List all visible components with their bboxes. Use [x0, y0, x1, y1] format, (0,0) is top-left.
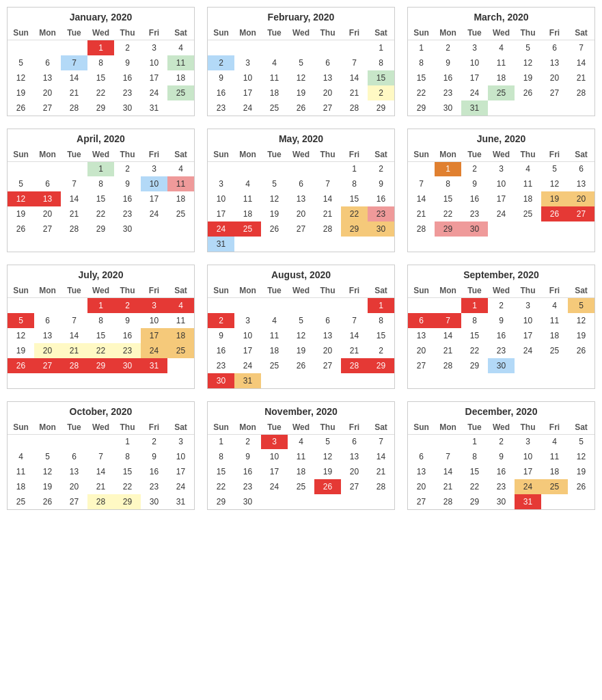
calendar-day[interactable]: 8 — [114, 449, 141, 464]
calendar-day[interactable] — [208, 298, 234, 313]
calendar-day[interactable] — [368, 237, 394, 252]
calendar-day[interactable]: 12 — [261, 191, 288, 206]
calendar-day[interactable]: 10 — [208, 191, 234, 206]
calendar-day[interactable]: 21 — [341, 343, 368, 358]
calendar-day[interactable]: 25 — [167, 343, 194, 358]
calendar-day[interactable]: 10 — [515, 449, 541, 464]
calendar-day[interactable]: 14 — [87, 464, 114, 479]
calendar-day[interactable]: 13 — [314, 70, 341, 85]
calendar-day[interactable]: 2 — [461, 161, 488, 176]
calendar-day[interactable]: 9 — [461, 176, 488, 191]
calendar-day[interactable] — [515, 358, 541, 373]
calendar-day[interactable]: 12 — [515, 55, 541, 70]
calendar-day[interactable] — [435, 434, 461, 449]
calendar-day[interactable]: 19 — [34, 479, 61, 494]
calendar-day[interactable]: 2 — [368, 343, 394, 358]
calendar-day[interactable]: 2 — [141, 434, 167, 449]
calendar-day[interactable]: 27 — [341, 479, 368, 494]
calendar-day[interactable] — [288, 298, 314, 313]
calendar-day[interactable]: 21 — [61, 206, 87, 221]
calendar-day[interactable]: 30 — [234, 494, 261, 509]
calendar-day[interactable]: 21 — [314, 206, 341, 221]
calendar-day[interactable]: 31 — [208, 237, 234, 252]
calendar-day[interactable]: 23 — [368, 206, 394, 221]
calendar-day[interactable] — [261, 237, 288, 252]
calendar-day[interactable]: 19 — [8, 85, 34, 100]
calendar-day[interactable]: 6 — [408, 313, 435, 328]
calendar-day[interactable]: 18 — [488, 70, 515, 85]
calendar-day[interactable] — [288, 40, 314, 55]
calendar-day[interactable]: 26 — [8, 358, 34, 373]
calendar-day[interactable]: 4 — [8, 449, 34, 464]
calendar-day[interactable]: 20 — [341, 464, 368, 479]
calendar-day[interactable]: 20 — [314, 343, 341, 358]
calendar-day[interactable]: 26 — [8, 221, 34, 237]
calendar-day[interactable]: 27 — [34, 221, 61, 237]
calendar-day[interactable]: 2 — [208, 55, 234, 70]
calendar-day[interactable]: 19 — [568, 464, 594, 479]
calendar-day[interactable]: 27 — [288, 221, 314, 237]
calendar-day[interactable]: 15 — [461, 464, 488, 479]
calendar-day[interactable]: 5 — [8, 55, 34, 70]
calendar-day[interactable]: 6 — [34, 313, 61, 328]
calendar-day[interactable] — [167, 221, 194, 237]
calendar-day[interactable]: 2 — [488, 434, 515, 449]
calendar-day[interactable]: 1 — [208, 434, 234, 449]
calendar-day[interactable]: 24 — [515, 479, 541, 494]
calendar-day[interactable]: 24 — [261, 479, 288, 494]
calendar-day[interactable]: 18 — [234, 206, 261, 221]
calendar-day[interactable]: 28 — [61, 100, 87, 116]
calendar-day[interactable]: 11 — [261, 70, 288, 85]
calendar-day[interactable]: 1 — [87, 40, 114, 55]
calendar-day[interactable]: 15 — [208, 464, 234, 479]
calendar-day[interactable]: 20 — [568, 191, 594, 206]
calendar-day[interactable] — [34, 161, 61, 176]
calendar-day[interactable]: 11 — [167, 55, 194, 70]
calendar-day[interactable]: 9 — [234, 449, 261, 464]
calendar-day[interactable]: 13 — [408, 328, 435, 343]
calendar-day[interactable]: 27 — [314, 100, 341, 116]
calendar-day[interactable]: 10 — [141, 55, 167, 70]
calendar-day[interactable]: 17 — [461, 70, 488, 85]
calendar-day[interactable]: 20 — [34, 206, 61, 221]
calendar-day[interactable]: 25 — [234, 221, 261, 237]
calendar-day[interactable] — [87, 434, 114, 449]
calendar-day[interactable]: 19 — [288, 343, 314, 358]
calendar-day[interactable]: 2 — [208, 313, 234, 328]
calendar-day[interactable]: 1 — [87, 161, 114, 176]
calendar-day[interactable] — [341, 40, 368, 55]
calendar-day[interactable]: 30 — [461, 221, 488, 237]
calendar-day[interactable]: 7 — [61, 55, 87, 70]
calendar-day[interactable]: 3 — [234, 313, 261, 328]
calendar-day[interactable] — [61, 434, 87, 449]
calendar-day[interactable]: 26 — [541, 206, 568, 221]
calendar-day[interactable]: 1 — [341, 161, 368, 176]
calendar-day[interactable]: 12 — [8, 70, 34, 85]
calendar-day[interactable]: 14 — [61, 191, 87, 206]
calendar-day[interactable]: 15 — [87, 191, 114, 206]
calendar-day[interactable]: 21 — [87, 479, 114, 494]
calendar-day[interactable] — [34, 298, 61, 313]
calendar-day[interactable]: 10 — [234, 328, 261, 343]
calendar-day[interactable]: 11 — [541, 449, 568, 464]
calendar-day[interactable]: 21 — [341, 85, 368, 100]
calendar-day[interactable]: 30 — [488, 358, 515, 373]
calendar-day[interactable]: 6 — [341, 434, 368, 449]
calendar-day[interactable]: 29 — [435, 221, 461, 237]
calendar-day[interactable] — [541, 358, 568, 373]
calendar-day[interactable]: 28 — [408, 221, 435, 237]
calendar-day[interactable]: 29 — [87, 221, 114, 237]
calendar-day[interactable]: 19 — [314, 464, 341, 479]
calendar-day[interactable]: 23 — [461, 206, 488, 221]
calendar-day[interactable]: 2 — [114, 161, 141, 176]
calendar-day[interactable]: 20 — [34, 343, 61, 358]
calendar-day[interactable]: 28 — [341, 358, 368, 373]
calendar-day[interactable]: 24 — [208, 221, 234, 237]
calendar-day[interactable]: 28 — [435, 494, 461, 509]
calendar-day[interactable]: 31 — [141, 100, 167, 116]
calendar-day[interactable]: 14 — [435, 464, 461, 479]
calendar-day[interactable] — [288, 237, 314, 252]
calendar-day[interactable]: 30 — [114, 221, 141, 237]
calendar-day[interactable]: 28 — [435, 358, 461, 373]
calendar-day[interactable]: 6 — [288, 176, 314, 191]
